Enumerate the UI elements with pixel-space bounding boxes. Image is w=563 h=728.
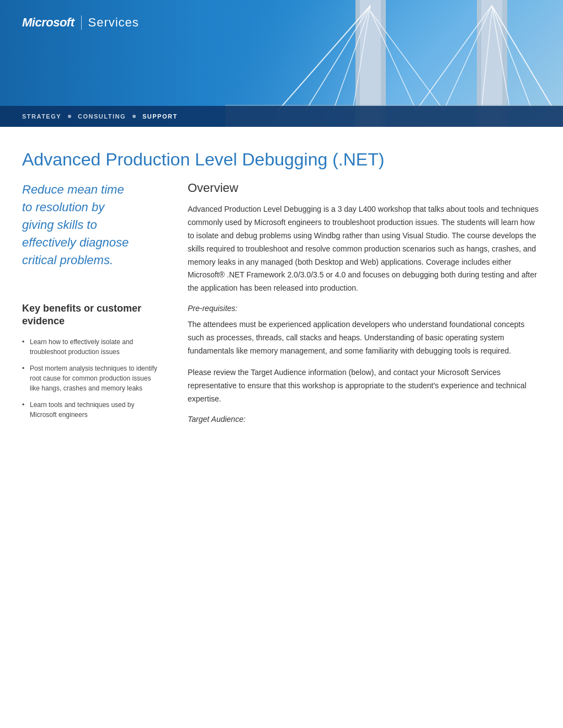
page-header: Microsoft Services STRATEGY CONSULTING S… xyxy=(0,0,563,127)
nav-strategy[interactable]: STRATEGY xyxy=(22,113,61,120)
columns-row: Reduce mean time to resolution by giving… xyxy=(0,170,563,429)
benefits-list: •Learn how to effectively isolate and tr… xyxy=(22,337,160,420)
microsoft-logo: Microsoft xyxy=(22,15,75,30)
logo-divider xyxy=(81,15,82,30)
target-audience-label: Target Audience: xyxy=(188,415,541,424)
overview-heading: Overview xyxy=(188,181,541,195)
nav-support[interactable]: SUPPORT xyxy=(142,113,178,120)
benefit-item: •Learn tools and techniques used by Micr… xyxy=(22,400,160,420)
benefit-item: •Post mortem analysis techniques to iden… xyxy=(22,363,160,393)
nav-consulting[interactable]: CONSULTING xyxy=(78,113,126,120)
prerequisites-label: Pre-requisites: xyxy=(188,304,541,313)
prerequisites-text: The attendees must be experienced applic… xyxy=(188,318,541,357)
target-audience-note: Please review the Target Audience inform… xyxy=(188,366,541,405)
key-benefits-heading: Key benefits or customer evidence xyxy=(22,302,160,328)
navigation-bar: STRATEGY CONSULTING SUPPORT xyxy=(0,106,563,127)
nav-sep-1 xyxy=(68,115,71,118)
nav-sep-2 xyxy=(132,115,136,118)
benefit-item: •Learn how to effectively isolate and tr… xyxy=(22,337,160,357)
main-wrapper: Advanced Production Level Debugging (.NE… xyxy=(0,127,563,429)
page-title: Advanced Production Level Debugging (.NE… xyxy=(22,149,541,170)
tagline: Reduce mean time to resolution by giving… xyxy=(22,181,160,269)
left-column: Reduce mean time to resolution by giving… xyxy=(22,170,177,429)
microsoft-text: Microsoft xyxy=(22,15,75,30)
overview-paragraph: Advanced Production Level Debugging is a… xyxy=(188,203,541,295)
title-row: Advanced Production Level Debugging (.NE… xyxy=(0,127,563,170)
right-column: Overview Advanced Production Level Debug… xyxy=(177,170,541,429)
services-text: Services xyxy=(88,15,139,30)
logo-area: Microsoft Services xyxy=(22,15,139,30)
